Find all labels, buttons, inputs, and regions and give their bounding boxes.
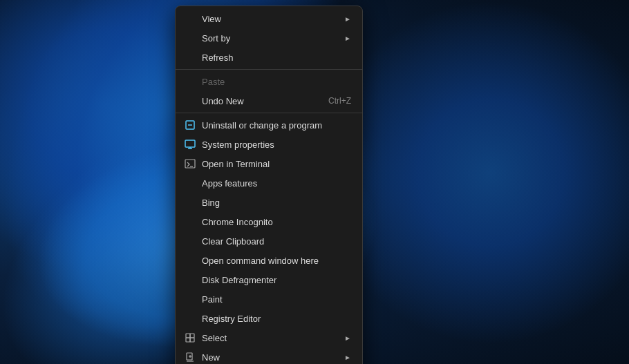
- terminal-icon: [184, 157, 196, 170]
- select-icon: [184, 332, 196, 344]
- undo-shortcut: Ctrl+Z: [328, 96, 351, 106]
- refresh-icon: [184, 51, 196, 64]
- menu-item-clear-clipboard[interactable]: Clear Clipboard: [176, 231, 362, 251]
- new-icon: [184, 351, 196, 363]
- disk-icon: [184, 274, 196, 286]
- chrome-icon: [184, 215, 196, 228]
- menu-item-bing[interactable]: Bing: [176, 193, 362, 212]
- menu-label-select: Select: [202, 333, 339, 343]
- menu-item-paint[interactable]: Paint: [176, 289, 362, 309]
- sort-by-icon: [184, 32, 196, 44]
- paint-icon: [184, 293, 196, 305]
- select-arrow: ►: [344, 334, 351, 342]
- system-icon: [184, 138, 196, 151]
- menu-label-bing: Bing: [202, 198, 351, 208]
- menu-item-system-properties[interactable]: System properties: [176, 135, 362, 154]
- menu-item-view[interactable]: View ►: [176, 9, 362, 28]
- menu-item-registry-editor[interactable]: Registry Editor: [176, 309, 362, 328]
- menu-item-apps-features[interactable]: Apps features: [176, 173, 362, 193]
- menu-label-apps-features: Apps features: [202, 178, 351, 189]
- menu-item-disk-defragmenter[interactable]: Disk Defragmenter: [176, 270, 362, 289]
- bing-icon: [184, 196, 196, 209]
- context-menu: View ► Sort by ► Refresh Paste Undo New …: [175, 6, 363, 364]
- sort-by-arrow: ►: [344, 35, 351, 42]
- menu-label-view: View: [202, 14, 339, 24]
- menu-item-select[interactable]: Select ►: [176, 328, 362, 347]
- menu-label-paint: Paint: [202, 294, 351, 305]
- menu-label-new: New: [202, 352, 339, 363]
- menu-item-undo-new[interactable]: Undo New Ctrl+Z: [176, 91, 362, 111]
- command-icon: [184, 254, 196, 267]
- svg-rect-7: [186, 334, 190, 338]
- separator-1: [176, 69, 362, 70]
- menu-item-uninstall[interactable]: Uninstall or change a program: [176, 115, 362, 135]
- view-icon: [184, 12, 196, 25]
- menu-item-paste[interactable]: Paste: [176, 72, 362, 91]
- menu-item-refresh[interactable]: Refresh: [176, 48, 362, 67]
- menu-label-disk-defragmenter: Disk Defragmenter: [202, 275, 351, 285]
- menu-label-chrome-incognito: Chrome Incognito: [202, 217, 351, 227]
- menu-label-uninstall: Uninstall or change a program: [202, 120, 351, 131]
- apps-icon: [184, 177, 196, 189]
- menu-label-paste: Paste: [202, 77, 351, 87]
- svg-rect-9: [186, 338, 190, 342]
- menu-label-undo-new: Undo New: [202, 96, 323, 106]
- menu-label-system-properties: System properties: [202, 140, 351, 150]
- menu-item-new[interactable]: New ►: [176, 347, 362, 364]
- menu-label-sort-by: Sort by: [202, 33, 339, 44]
- menu-item-chrome-incognito[interactable]: Chrome Incognito: [176, 212, 362, 231]
- uninstall-icon: [184, 119, 196, 131]
- menu-label-registry-editor: Registry Editor: [202, 314, 351, 324]
- undo-icon: [184, 95, 196, 107]
- separator-2: [176, 113, 362, 113]
- svg-rect-10: [190, 338, 194, 342]
- svg-rect-2: [185, 140, 195, 147]
- menu-item-sort-by[interactable]: Sort by ►: [176, 28, 362, 48]
- new-arrow: ►: [344, 354, 351, 361]
- menu-item-open-command[interactable]: Open command window here: [176, 251, 362, 270]
- menu-label-open-command: Open command window here: [202, 256, 351, 266]
- view-arrow: ►: [344, 15, 351, 23]
- menu-item-open-terminal[interactable]: Open in Terminal: [176, 154, 362, 173]
- registry-icon: [184, 312, 196, 325]
- menu-label-open-terminal: Open in Terminal: [202, 159, 351, 169]
- paste-icon: [184, 75, 196, 88]
- svg-rect-8: [190, 334, 194, 338]
- menu-label-refresh: Refresh: [202, 52, 351, 63]
- menu-label-clear-clipboard: Clear Clipboard: [202, 236, 351, 247]
- clipboard-icon: [184, 235, 196, 247]
